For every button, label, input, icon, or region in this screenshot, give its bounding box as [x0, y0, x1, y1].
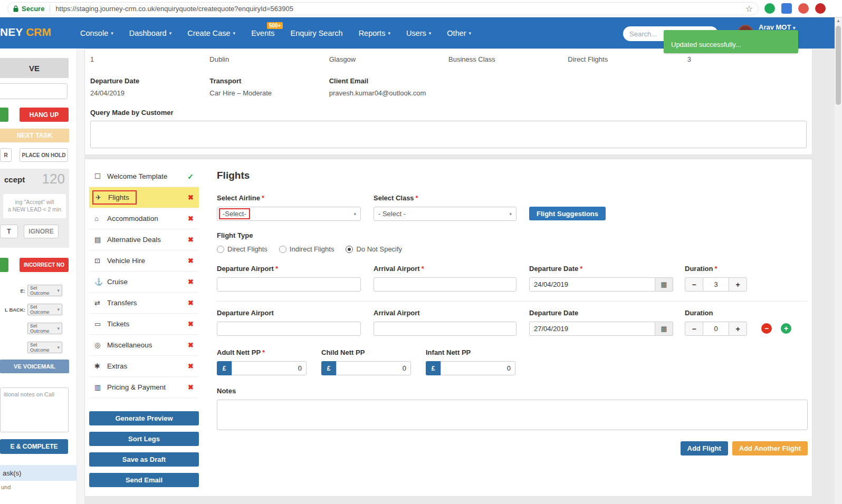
calendar-icon[interactable]: ▦: [655, 277, 673, 292]
ticket-icon: ▭: [94, 320, 107, 328]
cross-icon: ✖: [188, 320, 194, 328]
enquiry-summary-card: 1 Dublin Glasgow Business Class Direct F…: [84, 49, 812, 155]
transfer-button-stub[interactable]: R: [0, 148, 12, 162]
menu-item-reports[interactable]: Reports▾: [359, 29, 390, 37]
minus-button[interactable]: −: [685, 322, 703, 336]
section-accommodation[interactable]: ⌂ Accommodation ✖: [89, 208, 199, 229]
call-notes-textarea[interactable]: [0, 387, 69, 432]
quote-section-nav: ☐ Welcome Template ✓ ✈ Flights ✖ ⌂ Accom…: [89, 166, 199, 487]
minus-button[interactable]: −: [685, 277, 703, 292]
flight-type-direct-radio[interactable]: Direct Flights: [217, 245, 267, 253]
add-another-flight-button[interactable]: Add Another Flight: [732, 441, 808, 455]
query-made-by-customer-textarea[interactable]: [90, 121, 807, 148]
currency-pound-icon: £: [426, 361, 441, 375]
menu-item-events[interactable]: Events500+: [251, 29, 274, 37]
asterisk-icon: ✱: [94, 362, 107, 370]
url-divider: [50, 5, 50, 13]
leg2-duration-value[interactable]: [703, 322, 729, 336]
scrollbar-thumb[interactable]: [836, 26, 841, 105]
set-outcome-select[interactable]: Set Outcome▾: [27, 304, 62, 315]
adult-nett-pp-input[interactable]: [232, 361, 307, 375]
menu-item-other[interactable]: Other▾: [447, 29, 471, 37]
summary-cell: 1: [90, 55, 209, 63]
send-email-button[interactable]: Send Email: [89, 473, 199, 487]
flight-notes-textarea[interactable]: [217, 400, 808, 430]
leg1-duration-stepper: − +: [685, 277, 747, 292]
next-task-banner[interactable]: NEXT TASK: [0, 129, 69, 142]
extension-icon-darkred[interactable]: [815, 3, 826, 14]
menu-item-console[interactable]: Console▾: [80, 29, 113, 37]
scroll-up-icon[interactable]: ▲: [835, 18, 842, 23]
chevron-down-icon: ▾: [429, 31, 432, 36]
section-extras[interactable]: ✱ Extras ✖: [89, 356, 199, 377]
leg2-departure-date-input[interactable]: [529, 322, 655, 336]
flight-suggestions-button[interactable]: Flight Suggestions: [529, 207, 606, 220]
section-cruise[interactable]: ⚓ Cruise ✖: [89, 272, 199, 293]
add-leg-icon[interactable]: +: [781, 323, 791, 334]
menu-item-enquiry-search[interactable]: Enquiry Search: [290, 29, 342, 37]
accept-button-stub[interactable]: T: [0, 225, 18, 238]
plus-button[interactable]: +: [729, 277, 747, 292]
accept-hint: ing "Accept" will a NEW LEAD < 2 min: [3, 194, 66, 218]
add-flight-button[interactable]: Add Flight: [681, 441, 728, 455]
hang-up-button[interactable]: HANG UP: [20, 108, 69, 122]
leg2-arrival-airport-input[interactable]: [374, 322, 516, 336]
infant-nett-pp-input[interactable]: [441, 361, 515, 375]
section-transfers[interactable]: ⇄ Transfers ✖: [89, 293, 199, 314]
address-bar[interactable]: Secure https://staging.journey-crm.co.uk…: [7, 2, 759, 15]
section-welcome-template[interactable]: ☐ Welcome Template ✓: [89, 166, 199, 187]
menu-item-create-case[interactable]: Create Case▾: [187, 29, 235, 37]
place-on-hold-button[interactable]: PLACE ON HOLD: [20, 148, 68, 162]
menu-item-dashboard[interactable]: Dashboard▾: [129, 29, 171, 37]
set-outcome-select[interactable]: Set Outcome▾: [27, 285, 62, 296]
sidebar-input[interactable]: [0, 83, 68, 99]
plus-button[interactable]: +: [729, 322, 747, 336]
set-outcome-select[interactable]: Set Outcome▾: [27, 342, 62, 353]
leg1-departure-airport-input[interactable]: [217, 277, 361, 292]
child-nett-pp-input[interactable]: [336, 361, 411, 375]
target-icon: ◎: [94, 341, 107, 349]
section-tickets[interactable]: ▭ Tickets ✖: [89, 314, 199, 335]
flight-leg-1: Departure Airport* Arrival Airport* Depa…: [217, 265, 808, 292]
save-as-draft-button[interactable]: Save as Draft: [89, 452, 199, 467]
chevron-down-icon: ▾: [57, 288, 60, 293]
sidebar-scrollbar[interactable]: [76, 49, 84, 504]
set-outcome-select[interactable]: Set Outcome▾: [27, 323, 62, 334]
leg1-arrival-airport-input[interactable]: [374, 277, 516, 292]
extension-icon-blue[interactable]: [781, 3, 792, 14]
anchor-icon: ⚓: [94, 278, 107, 286]
duration-label: Duration*: [685, 265, 747, 273]
extension-icon-green[interactable]: [764, 3, 775, 14]
calendar-icon[interactable]: ▦: [655, 322, 673, 336]
section-miscellaneous[interactable]: ◎ Miscellaneous ✖: [89, 335, 199, 356]
correct-no-button-stub[interactable]: [0, 258, 8, 272]
brand-logo[interactable]: NEYCRM: [0, 26, 51, 38]
bookmark-star-icon[interactable]: ☆: [745, 4, 753, 14]
section-vehicle-hire[interactable]: ⊡ Vehicle Hire ✖: [89, 250, 199, 272]
ignore-button[interactable]: IGNORE: [24, 225, 59, 238]
leg2-departure-airport-input[interactable]: [217, 322, 361, 336]
section-pricing-payment[interactable]: ▥ Pricing & Payment ✖: [89, 377, 199, 398]
leave-voicemail-button[interactable]: VE VOICEMAIL: [0, 360, 69, 373]
flight-type-do-not-specify-radio[interactable]: Do Not Specify: [346, 245, 402, 253]
extension-icon-red[interactable]: [798, 3, 809, 14]
airline-value-highlight: -Select-: [219, 208, 250, 219]
select-class-dropdown[interactable]: - Select - ▾: [374, 207, 516, 221]
remove-leg-icon[interactable]: −: [761, 323, 772, 334]
leg1-departure-date-input[interactable]: [529, 277, 655, 292]
answer-button-stub[interactable]: [0, 108, 8, 122]
currency-pound-icon: £: [217, 361, 232, 375]
generate-preview-button[interactable]: Generate Preview: [89, 411, 199, 425]
browser-bar: Secure https://staging.journey-crm.co.uk…: [0, 0, 842, 17]
select-airline-dropdown[interactable]: -Select- ▾: [217, 207, 361, 221]
incorrect-no-button[interactable]: INCORRECT NO: [20, 258, 69, 272]
page-scrollbar[interactable]: ▲: [835, 17, 842, 504]
summary-cell: Direct Flights: [568, 55, 687, 63]
flight-type-indirect-radio[interactable]: Indirect Flights: [279, 245, 334, 253]
section-alternative-deals[interactable]: ▤ Alternative Deals ✖: [89, 229, 199, 250]
sort-legs-button[interactable]: Sort Legs: [89, 432, 199, 446]
save-and-complete-button[interactable]: E & COMPLETE: [0, 439, 68, 454]
menu-item-users[interactable]: Users▾: [406, 29, 431, 37]
section-flights[interactable]: ✈ Flights ✖: [89, 187, 199, 208]
leg1-duration-value[interactable]: [703, 277, 729, 292]
